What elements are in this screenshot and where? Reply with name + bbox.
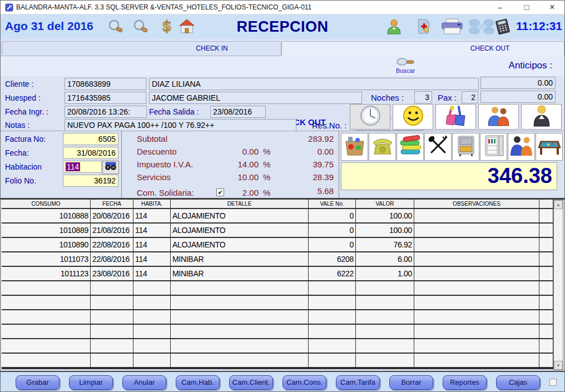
table-row[interactable]: 101112323/08/2016114MINIBAR62221.00 (2, 267, 553, 281)
cell (133, 296, 171, 309)
cell: 6222 (309, 267, 356, 280)
cell: 1011073 (2, 252, 91, 266)
guests-icon (487, 105, 511, 129)
table-row[interactable]: 101088820/08/2016114ALOJAMIENTO0100.00 (2, 209, 553, 224)
limpiar-button[interactable]: Limpiar (69, 375, 113, 390)
room-status-guests-button[interactable] (478, 104, 519, 130)
column-header[interactable]: FECHA (91, 200, 133, 208)
anticipo-1-field[interactable]: 0.00 (480, 77, 556, 89)
column-header[interactable]: VALOR (356, 200, 414, 208)
pax-label: Pax : (438, 93, 457, 102)
column-header[interactable] (539, 200, 553, 208)
cam-cons-button[interactable]: Cam.Cons. (282, 375, 326, 390)
room-status-clock-button[interactable] (350, 104, 390, 130)
notas-field[interactable]: NUEVO PAX PAGA 100++ /100 Y 76.92++ (65, 119, 296, 131)
room-status-cleaning-button[interactable] (435, 104, 476, 130)
factura-no-field[interactable]: 6505 (63, 133, 118, 145)
cajas-button[interactable]: Cajas (496, 375, 540, 390)
cell (309, 354, 356, 367)
fecha-ingreso-field[interactable]: 20/08/2016 13:26: (65, 106, 147, 118)
cell (539, 209, 553, 222)
table-row-empty[interactable] (2, 296, 553, 310)
cell: 1011123 (2, 267, 91, 280)
printer-icon[interactable] (441, 18, 464, 37)
huesped-id-field[interactable]: 1716435985 (65, 92, 146, 104)
cell (91, 354, 133, 367)
cell: 76.92 (356, 238, 414, 251)
user-icon[interactable] (386, 18, 402, 37)
table-row-empty[interactable] (2, 310, 553, 325)
table-row-empty[interactable] (2, 325, 553, 339)
reportes-button[interactable]: Reportes (443, 375, 487, 390)
minimize-button[interactable]: – (489, 1, 511, 14)
buscar-button[interactable]: Buscar (390, 57, 421, 74)
cell (133, 325, 171, 338)
tab-check-in-label[interactable]: CHECK IN (173, 44, 251, 52)
fecha-salida-field[interactable]: 23/08/2016 (210, 106, 266, 118)
consumo-restaurant-button[interactable] (424, 133, 452, 161)
tab-check-out-label[interactable]: CHECK OUT (451, 44, 529, 52)
habitacion-lookup-button[interactable] (102, 161, 119, 174)
room-status-smiley-button[interactable] (393, 104, 433, 130)
scroll-up-button[interactable]: ▲ (554, 200, 563, 209)
factura-fecha-field[interactable]: 31/08/2016 (63, 147, 118, 159)
cell: 1.00 (356, 267, 414, 280)
folio-no-label: Folio No. (5, 176, 36, 185)
anular-button[interactable]: Anular (122, 375, 166, 390)
footer-checkbox[interactable] (549, 379, 557, 386)
borrar-button[interactable]: Borrar (389, 375, 433, 390)
room-status-staff-button[interactable] (521, 104, 562, 130)
consumo-toys-button[interactable] (341, 133, 368, 161)
column-header[interactable]: HABITA. (133, 200, 171, 208)
habitacion-field[interactable]: 114 (63, 161, 102, 173)
phone-icon (371, 136, 394, 158)
cell (414, 310, 539, 324)
column-header[interactable]: VALE No. (309, 200, 356, 208)
cam-tarifa-button[interactable]: Cam.Tarifa (336, 375, 380, 390)
column-header[interactable]: CONSUMO (2, 200, 91, 208)
table-scrollbar[interactable]: ▲ ▼ (553, 200, 563, 370)
huesped-nombre-field[interactable]: JACOME GABRIEL (149, 92, 362, 104)
servicios-value: 28.39 (289, 172, 334, 182)
noches-field[interactable]: 3 (414, 91, 432, 103)
services-icon[interactable] (416, 18, 431, 37)
table-row[interactable]: 101107322/08/2016114MINIBAR62086.00 (2, 252, 553, 267)
column-header[interactable]: OBSERVACIONES (414, 200, 539, 208)
consumo-towels-button[interactable] (397, 133, 424, 161)
table-row-empty[interactable] (2, 281, 553, 296)
table-row-empty[interactable] (2, 339, 553, 354)
consumo-cart-button[interactable] (452, 133, 479, 161)
cell: ALOJAMIENTO (171, 209, 309, 222)
table-row[interactable]: 101089022/08/2016114ALOJAMIENTO076.92 (2, 238, 553, 252)
cell (2, 310, 91, 324)
pax-field[interactable]: 2 (462, 91, 478, 103)
cliente-id-field[interactable]: 1708683899 (65, 78, 146, 90)
calculator-icon[interactable] (494, 18, 511, 37)
table-row[interactable]: 101088921/08/2016114ALOJAMIENTO0100.00 (2, 224, 553, 238)
close-button[interactable]: × (541, 1, 563, 14)
cell (539, 339, 553, 353)
grabar-button[interactable]: Grabar (16, 375, 60, 390)
iva-pct: 14.00 (222, 160, 259, 169)
column-header[interactable]: DETALLE (171, 200, 309, 208)
scroll-down-button[interactable]: ▼ (554, 361, 563, 370)
consumo-group-button[interactable] (508, 133, 535, 161)
cell (133, 281, 171, 295)
cell (539, 281, 553, 295)
maximize-button[interactable]: □ (516, 1, 538, 14)
cell: 0 (309, 209, 356, 222)
consumo-phone-button[interactable] (369, 133, 396, 161)
window-title: BALANDRA-MANTA-ALF. 3.3 SQL.SERVER &-VEN… (16, 3, 311, 11)
consumo-pool-button[interactable] (536, 133, 563, 161)
folio-no-field[interactable]: 36192 (63, 175, 118, 187)
rooms-icon[interactable] (468, 18, 495, 37)
table-row-empty[interactable] (2, 354, 553, 368)
consumo-minibar-button[interactable] (480, 133, 507, 161)
cell (356, 325, 414, 338)
anticipo-2-field[interactable]: 0.00 (480, 91, 556, 103)
cell: 1010889 (2, 224, 91, 237)
cam-hab-button[interactable]: Cam.Hab. (176, 375, 220, 390)
cliente-nombre-field[interactable]: DIAZ LILIANA (149, 78, 479, 90)
cam-client-button[interactable]: Cam.Client. (229, 375, 273, 390)
clock-icon (359, 105, 381, 129)
